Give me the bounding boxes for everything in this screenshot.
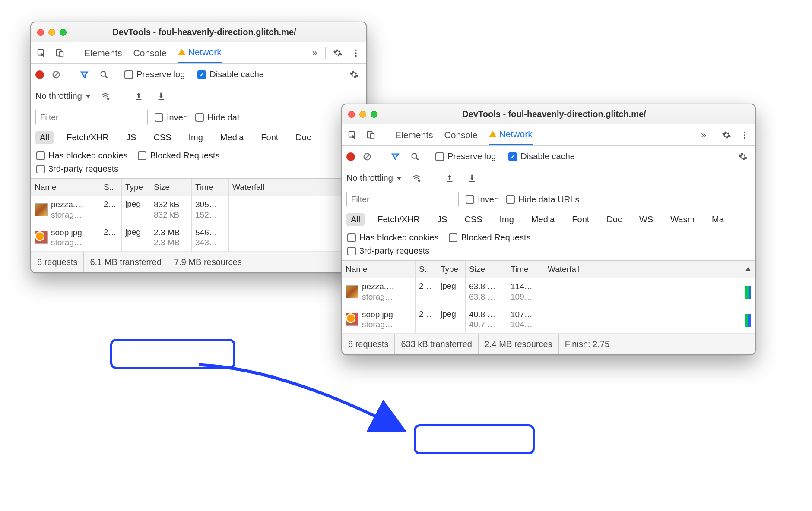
minimize-window-button[interactable] [48, 29, 55, 36]
record-button[interactable] [346, 152, 355, 161]
inspect-icon[interactable] [345, 127, 360, 143]
table-row[interactable]: soop.jpg storag… 2… jpeg 40.8 … 40.7 … 1… [342, 306, 755, 334]
chip-doc[interactable]: Doc [602, 213, 626, 226]
blocked-cookies-checkbox[interactable]: Has blocked cookies [36, 151, 127, 161]
chip-img[interactable]: Img [495, 213, 518, 226]
chip-css[interactable]: CSS [149, 131, 175, 144]
tab-console[interactable]: Console [133, 42, 167, 63]
minimize-window-button[interactable] [359, 111, 366, 118]
close-window-button[interactable] [348, 111, 355, 118]
invert-checkbox[interactable]: Invert [466, 195, 499, 205]
throttling-select[interactable]: No throttling [346, 173, 402, 183]
invert-checkbox[interactable]: Invert [155, 113, 188, 123]
chip-manifest[interactable]: Ma [707, 213, 728, 226]
preserve-log-label: Preserve log [136, 69, 185, 79]
filter-input[interactable] [35, 110, 148, 125]
throttling-select[interactable]: No throttling [35, 91, 91, 101]
upload-har-icon[interactable] [131, 88, 146, 104]
chip-css[interactable]: CSS [460, 213, 486, 226]
close-window-button[interactable] [37, 29, 44, 36]
chip-js[interactable]: JS [122, 131, 140, 144]
chip-media[interactable]: Media [216, 131, 248, 144]
cell-time: 114… 109… [507, 278, 544, 306]
search-icon[interactable] [407, 149, 423, 164]
network-table: Name S.. Type Size Time Waterfall pezza.… [31, 178, 366, 252]
chip-wasm[interactable]: Wasm [666, 213, 699, 226]
chip-font[interactable]: Font [257, 131, 282, 144]
device-toggle-icon[interactable] [52, 45, 67, 61]
annotation-arrow [190, 360, 432, 447]
blocked-requests-checkbox[interactable]: Blocked Requests [138, 151, 219, 161]
network-settings-icon[interactable] [346, 67, 362, 82]
search-icon[interactable] [96, 67, 112, 82]
col-time[interactable]: Time [507, 261, 544, 278]
svg-point-14 [744, 131, 745, 133]
col-size[interactable]: Size [466, 261, 507, 278]
filter-input[interactable] [346, 192, 459, 207]
col-waterfall[interactable]: Waterfall [544, 261, 755, 278]
kebab-menu-icon[interactable] [737, 127, 752, 143]
col-name[interactable]: Name [31, 179, 100, 196]
third-party-checkbox[interactable]: 3rd-party requests [347, 246, 429, 256]
type-filter-bar: All Fetch/XHR JS CSS Img Media Font Doc … [342, 210, 755, 229]
preserve-log-checkbox[interactable]: Preserve log [435, 151, 496, 161]
network-conditions-icon[interactable] [98, 88, 113, 104]
preserve-log-checkbox[interactable]: Preserve log [124, 69, 185, 79]
network-conditions-icon[interactable] [409, 170, 424, 186]
settings-icon[interactable] [719, 127, 734, 143]
download-har-icon[interactable] [153, 88, 169, 104]
chip-img[interactable]: Img [184, 131, 207, 144]
more-tabs-icon[interactable]: » [698, 129, 710, 141]
chip-all[interactable]: All [346, 213, 365, 226]
col-status[interactable]: S.. [416, 261, 437, 278]
hide-data-urls-checkbox[interactable]: Hide data URLs [506, 195, 579, 205]
chip-doc[interactable]: Doc [291, 131, 315, 144]
record-button[interactable] [35, 70, 44, 79]
filter-icon[interactable] [76, 67, 92, 82]
col-time[interactable]: Time [192, 179, 229, 196]
network-settings-icon[interactable] [735, 149, 751, 164]
tab-network-label: Network [188, 47, 222, 57]
col-type[interactable]: Type [437, 261, 466, 278]
settings-icon[interactable] [330, 45, 346, 61]
blocked-cookies-checkbox[interactable]: Has blocked cookies [347, 233, 438, 243]
inspect-icon[interactable] [34, 45, 49, 61]
table-row[interactable]: soop.jpg storag… 2… jpeg 2.3 MB 2.3 MB 5… [31, 224, 366, 252]
col-name[interactable]: Name [342, 261, 416, 278]
chip-media[interactable]: Media [527, 213, 559, 226]
row-filename: pezza.… [362, 281, 394, 292]
warning-icon [489, 131, 497, 137]
hide-data-urls-checkbox[interactable]: Hide dat [195, 113, 240, 123]
third-party-checkbox[interactable]: 3rd-party requests [36, 164, 118, 174]
table-row[interactable]: pezza.… storag… 2… jpeg 63.8 … 63.8 … 11… [342, 278, 755, 306]
col-type[interactable]: Type [122, 179, 150, 196]
chip-fetch-xhr[interactable]: Fetch/XHR [62, 131, 113, 144]
clear-icon[interactable] [359, 149, 375, 164]
disable-cache-checkbox[interactable]: Disable cache [197, 69, 264, 79]
more-tabs-icon[interactable]: » [309, 47, 321, 59]
disable-cache-checkbox[interactable]: Disable cache [508, 151, 575, 161]
clear-icon[interactable] [48, 67, 64, 82]
col-status[interactable]: S.. [100, 179, 122, 196]
tab-console[interactable]: Console [444, 124, 478, 145]
table-row[interactable]: pezza.… storag… 2… jpeg 832 kB 832 kB 30… [31, 196, 366, 224]
kebab-menu-icon[interactable] [348, 45, 364, 61]
chip-ws[interactable]: WS [635, 213, 657, 226]
filter-icon[interactable] [387, 149, 403, 164]
chip-all[interactable]: All [35, 131, 54, 144]
tab-network[interactable]: Network [178, 42, 222, 63]
download-har-icon[interactable] [464, 170, 480, 186]
blocked-requests-checkbox[interactable]: Blocked Requests [449, 233, 530, 243]
warning-icon [178, 49, 186, 55]
zoom-window-button[interactable] [371, 111, 377, 118]
col-size[interactable]: Size [150, 179, 192, 196]
zoom-window-button[interactable] [60, 29, 67, 36]
tab-network[interactable]: Network [489, 124, 533, 145]
chip-font[interactable]: Font [568, 213, 593, 226]
tab-elements[interactable]: Elements [84, 42, 122, 63]
device-toggle-icon[interactable] [363, 127, 378, 143]
chip-js[interactable]: JS [433, 213, 451, 226]
tab-elements[interactable]: Elements [395, 124, 433, 145]
chip-fetch-xhr[interactable]: Fetch/XHR [373, 213, 424, 226]
upload-har-icon[interactable] [442, 170, 457, 186]
